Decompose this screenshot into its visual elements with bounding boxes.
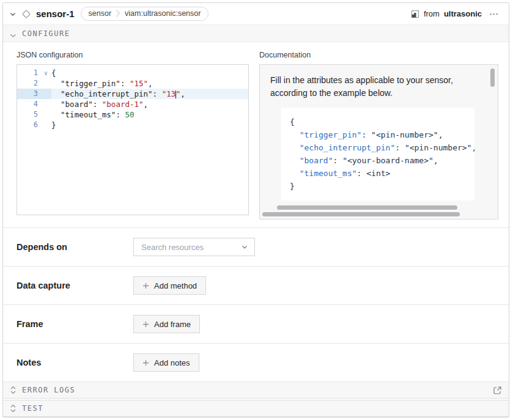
doc-code-line: "trigger_pin": "<pin-number>", [290,128,474,141]
plus-icon [142,321,149,328]
line-number: 5 [17,109,40,120]
panel-horizontal-scrollbar[interactable] [262,212,460,216]
error-logs-title: ERROR LOGS [22,386,75,394]
resource-name: sensor-1 [36,9,75,19]
sensor-diamond-icon [21,9,31,19]
resource-type-badge: sensor viam:ultrasonic:sensor [81,7,209,21]
code-text: { [51,68,248,78]
editor-line-3[interactable]: 3 "echo_interrupt_pin": "13", [17,89,248,99]
editor-line-1[interactable]: 1∨{ [17,68,248,78]
from-prefix: from [424,9,440,18]
code-horizontal-scrollbar[interactable] [277,205,457,210]
depends-on-label: Depends on [17,242,133,252]
documentation-code-example: { "trigger_pin": "<pin-number>", "echo_i… [281,108,474,201]
add-method-label: Add method [154,281,197,290]
line-number: 4 [17,99,40,109]
configure-title: CONFIGURE [22,29,70,38]
editor-line-6[interactable]: 6} [17,120,248,130]
depends-on-placeholder: Search resources [141,243,241,252]
add-notes-label: Add notes [154,358,190,367]
doc-code-line: "board": "<your-board-name>", [290,154,474,167]
row-notes: Notes Add notes [3,343,509,381]
test-title: TEST [22,404,43,413]
line-number: 3 [17,89,40,99]
add-method-button[interactable]: Add method [133,276,206,295]
code-text: "echo_interrupt_pin": "13", [51,89,248,99]
fold-spacer [40,99,51,109]
doc-code-line: } [290,180,474,193]
fold-spacer [40,109,51,120]
editor-line-5[interactable]: 5 "timeout_ms": 50 [17,109,248,120]
expand-section-icon[interactable] [10,386,17,394]
test-section-header[interactable]: TEST [3,400,509,417]
chevron-right-icon [116,9,120,18]
fold-chevron-icon[interactable]: ∨ [40,68,51,78]
data-capture-label: Data capture [17,281,133,290]
json-editor[interactable]: 1∨{2 "trigger_pin": "15",3 "echo_interru… [17,64,249,215]
plus-icon [142,282,149,289]
fold-spacer [40,78,51,89]
frame-label: Frame [17,319,133,329]
depends-on-select[interactable]: Search resources [133,238,255,256]
module-icon [411,10,419,18]
add-frame-button[interactable]: Add frame [133,315,200,333]
fold-spacer [40,89,51,99]
more-options-button[interactable]: ⋯ [487,8,501,20]
configure-panel: JSON configuration 1∨{2 "trigger_pin": "… [3,42,509,227]
chevron-down-icon [241,243,248,251]
editor-line-2[interactable]: 2 "trigger_pin": "15", [17,78,248,89]
add-notes-button[interactable]: Add notes [133,353,199,372]
resource-card: sensor-1 sensor viam:ultrasonic:sensor f… [2,2,509,418]
code-text: "timeout_ms": 50 [51,109,248,120]
collapse-section-icon[interactable] [10,29,17,37]
type-label: sensor [89,9,112,18]
resource-header: sensor-1 sensor viam:ultrasonic:sensor f… [3,3,509,25]
documentation-label: Documentation [259,51,498,59]
code-text: "board": "board-1", [51,99,248,109]
json-configuration-label: JSON configuration [17,51,249,59]
code-text: } [51,120,248,130]
row-data-capture: Data capture Add method [3,266,509,304]
line-number: 1 [17,68,40,78]
error-logs-section-header[interactable]: ERROR LOGS [3,381,509,399]
fold-spacer [40,120,51,130]
doc-code-line: "timeout_ms": <int> [290,167,474,180]
module-source: from ultrasonic [411,9,482,18]
open-in-new-icon[interactable] [493,386,502,395]
add-frame-label: Add frame [154,320,191,329]
line-number: 2 [17,78,40,89]
expand-section-icon[interactable] [10,404,17,413]
doc-code-line: "echo_interrupt_pin": "<pin-number>", [290,141,474,154]
from-module-name: ultrasonic [444,9,482,18]
collapse-chevron-icon[interactable] [9,10,17,18]
configure-section-header[interactable]: CONFIGURE [3,25,509,42]
notes-label: Notes [17,358,133,367]
plus-icon [142,359,149,366]
model-label: viam:ultrasonic:sensor [125,9,201,18]
documentation-intro: Fill in the attributes as applicable to … [270,74,481,100]
editor-line-4[interactable]: 4 "board": "board-1", [17,99,248,109]
doc-code-line: { [290,116,474,128]
row-frame: Frame Add frame [3,304,509,343]
panel-vertical-scrollbar[interactable] [490,68,495,87]
code-text: "trigger_pin": "15", [51,78,248,89]
line-number: 6 [17,120,40,130]
row-depends-on: Depends on Search resources [3,227,509,266]
documentation-panel: Fill in the attributes as applicable to … [259,64,498,219]
